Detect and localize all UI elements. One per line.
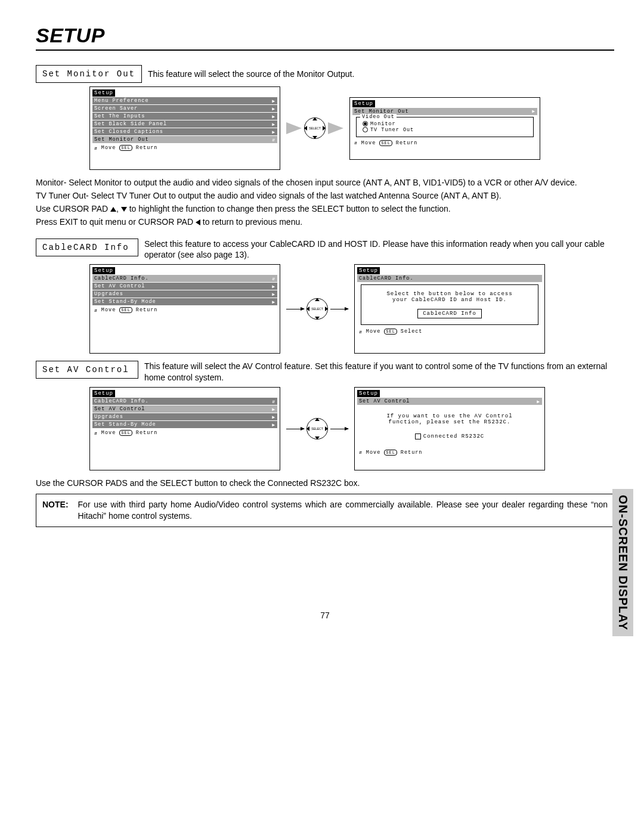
menu-item-label: Set AV Control xyxy=(94,283,145,289)
menu-item: Set The Inputs▶ xyxy=(92,113,277,120)
sub-line: your CableCARD ID and Host ID. xyxy=(366,297,533,303)
sel-badge: SEL xyxy=(384,450,397,456)
foot-select: Select xyxy=(401,329,423,335)
foot-return: Return xyxy=(136,145,158,151)
chevron-right-icon: ▶ xyxy=(272,299,275,305)
menu-item: Upgrades▶ xyxy=(92,290,277,298)
menu-item: Set Black Side Panel▶ xyxy=(92,120,277,128)
menu-item-label: Screen Saver xyxy=(94,106,138,112)
checkbox-row: Connected RS232C xyxy=(366,433,534,439)
menu-item-selected: Set Monitor Out⇵ xyxy=(92,136,277,143)
menu-item-label: Set AV Control xyxy=(94,406,145,412)
para: Press EXIT to quit menu or CURSOR PAD to… xyxy=(36,216,614,228)
sel-badge: SEL xyxy=(384,329,397,335)
radio-tv-tuner-out: TV Tuner Out xyxy=(359,127,531,133)
updown-icon: ⇵ xyxy=(272,399,275,404)
diagram-monitor-out: Setup Menu Preference▶ Screen Saver▶ Set… xyxy=(89,86,614,170)
radio-monitor: Monitor xyxy=(359,121,531,127)
section-monitor-out-header: Set Monitor Out This feature will select… xyxy=(36,65,614,83)
arrow-to-select xyxy=(286,117,343,139)
updown-icon: ⇵ xyxy=(359,450,363,455)
desc-cablecard-info: Select this feature to access your Cable… xyxy=(144,239,614,261)
sub-line: Select the button below to access xyxy=(366,291,533,297)
text: , xyxy=(116,204,121,213)
section-cablecard-header: CableCARD Info Select this feature to ac… xyxy=(36,239,614,261)
updown-icon: ⇵ xyxy=(354,140,358,145)
text: to highlight the function to change then… xyxy=(127,204,451,213)
foot-move: Move xyxy=(101,145,116,151)
menu-item: Set Closed Captions▶ xyxy=(92,128,277,135)
radio-label: TV Tuner Out xyxy=(370,127,414,133)
menu-footer: ⇵Move SEL Return xyxy=(352,139,537,147)
menu-panel-right-3: Setup Set AV Control▶ If you want to use… xyxy=(354,387,545,470)
menu-item-selected: Set AV Control▶ xyxy=(92,405,277,413)
menu-footer: ⇵Move SEL Select xyxy=(357,327,542,336)
menu-item-label: Upgrades xyxy=(94,291,123,297)
chevron-right-icon: ▶ xyxy=(272,106,275,112)
cablecard-info-button: CableCARD Info xyxy=(417,309,482,318)
menu-footer: ⇵Move SEL Return xyxy=(92,144,277,152)
text: Press EXIT to quit menu or CURSOR PAD xyxy=(36,217,196,227)
menu-item-label: Set Monitor Out xyxy=(94,137,149,143)
menu-header-label: CableCARD Info. xyxy=(359,275,414,281)
select-button-icon xyxy=(306,418,328,439)
chevron-right-icon: ▶ xyxy=(272,292,275,297)
chevron-right-icon: ▶ xyxy=(272,414,275,420)
select-button-icon xyxy=(306,298,328,320)
menu-item-label: Set The Inputs xyxy=(94,113,145,119)
arrow-right-icon xyxy=(286,309,304,309)
label-cablecard-info: CableCARD Info xyxy=(36,239,138,256)
menu-panel-left-2: Setup CableCARD Info.⇵ Set AV Control▶ U… xyxy=(89,264,280,354)
page-number: 77 xyxy=(36,611,614,620)
video-out-group: Video Out Monitor TV Tuner Out xyxy=(356,117,534,137)
menu-item-label: CableCARD Info. xyxy=(94,275,149,281)
menu-footer: ⇵Move SEL Return xyxy=(357,448,542,457)
menu-item: Screen Saver▶ xyxy=(92,105,277,112)
chevron-right-icon: ▶ xyxy=(272,122,275,127)
para: Use CURSOR PAD , to highlight the functi… xyxy=(36,203,614,215)
note-box: NOTE: For use with third party home Audi… xyxy=(36,494,614,527)
menu-title: Setup xyxy=(357,267,380,274)
menu-panel-left-1: Setup Menu Preference▶ Screen Saver▶ Set… xyxy=(89,86,280,170)
chevron-right-icon: ▶ xyxy=(272,407,275,412)
para: TV Tuner Out- Select TV Tuner Out to out… xyxy=(36,190,614,202)
arrow-right-icon xyxy=(286,429,304,429)
diagram-cablecard: Setup CableCARD Info.⇵ Set AV Control▶ U… xyxy=(89,264,614,354)
cablecard-subpanel: Select the button below to access your C… xyxy=(361,284,538,325)
chevron-right-icon: ▶ xyxy=(272,98,275,104)
body-text-3: Use the CURSOR PADS and the SELECT butto… xyxy=(36,478,614,489)
foot-move: Move xyxy=(101,307,116,313)
arrow-right-icon xyxy=(330,309,348,309)
radio-dot-icon xyxy=(363,127,368,132)
foot-move: Move xyxy=(101,430,116,436)
note-text: For use with third party home Audio/Vide… xyxy=(78,499,608,522)
body-text-1: Monitor- Select Monitor to output the au… xyxy=(36,177,614,228)
menu-title: Setup xyxy=(92,267,115,274)
grey-arrow-icon xyxy=(286,122,302,134)
menu-item: Set Stand-By Mode▶ xyxy=(92,421,277,428)
menu-panel-right-1: Setup Set Monitor Out▶ Video Out Monitor… xyxy=(349,97,540,160)
down-triangle-icon xyxy=(121,207,127,212)
text: to return to previous menu. xyxy=(200,217,302,227)
label-set-av-control: Set AV Control xyxy=(36,361,138,379)
menu-item-label: Upgrades xyxy=(94,414,123,420)
desc-set-monitor-out: This feature will select the source of t… xyxy=(148,69,354,80)
chevron-right-icon: ▶ xyxy=(272,114,275,119)
text: Use CURSOR PAD xyxy=(36,204,110,213)
select-button-icon xyxy=(304,117,326,139)
menu-item-label: Set Stand-By Mode xyxy=(94,422,156,428)
sel-badge: SEL xyxy=(379,140,392,146)
radio-label: Monitor xyxy=(370,121,396,127)
foot-return: Return xyxy=(136,307,158,313)
para: Use the CURSOR PADS and the SELECT butto… xyxy=(36,478,614,489)
chevron-right-icon: ▶ xyxy=(537,399,540,404)
updown-icon: ⇵ xyxy=(359,329,363,335)
updown-icon: ⇵ xyxy=(272,137,275,143)
foot-move: Move xyxy=(366,450,380,456)
menu-footer: ⇵Move SEL Return xyxy=(92,306,277,314)
arrow-right-icon xyxy=(330,429,348,429)
menu-header-row: Set AV Control▶ xyxy=(357,398,542,405)
foot-return: Return xyxy=(136,430,158,436)
menu-title: Setup xyxy=(357,390,380,397)
grey-arrow-icon xyxy=(328,122,343,134)
